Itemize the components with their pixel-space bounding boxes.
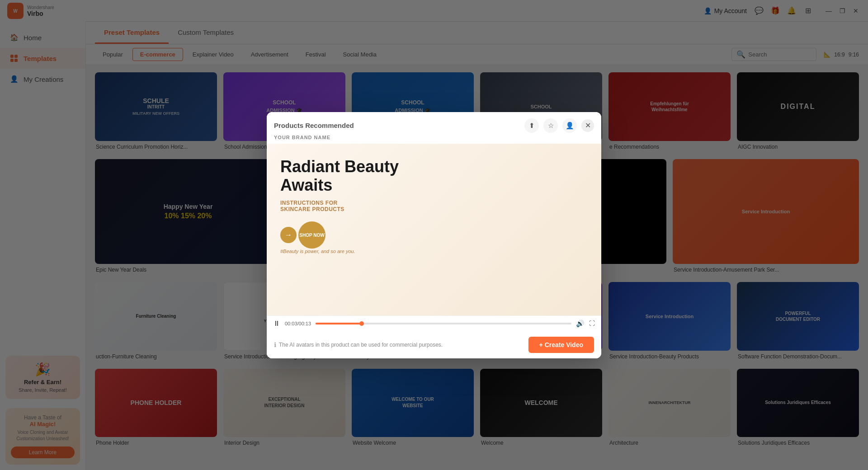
modal-close-button[interactable]: ✕ [581,119,594,132]
create-video-button[interactable]: + Create Video [528,337,594,353]
video-hashtag: #Beauty is power, and so are you. [280,249,588,254]
time-display: 00:03/00:13 [285,321,311,326]
play-pause-button[interactable]: ⏸ [273,320,280,328]
modal-overlay: Products Recommended ⬆ ☆ 👤 ✕ YOUR BRAND … [0,0,868,470]
progress-dot [359,321,364,326]
share-icon: ⬆ [529,122,535,130]
video-heading: Radiant Beauty Awaits [280,157,588,195]
info-icon: ℹ [274,341,276,348]
video-subtext: INSTRUCTIONS FOR SKINCARE PRODUCTS [280,200,588,212]
progress-fill [316,323,362,324]
video-shop-btn: → SHOP NOW [280,221,588,249]
modal-avatar-button[interactable]: 👤 [562,118,577,133]
preview-modal: Products Recommended ⬆ ☆ 👤 ✕ YOUR BRAND … [267,112,601,358]
modal-header-icons: ⬆ ☆ 👤 ✕ [524,118,594,133]
footer-info: ℹ The AI avatars in this product can be … [274,341,443,348]
modal-header: Products Recommended ⬆ ☆ 👤 ✕ [267,112,601,133]
avatar-icon: 👤 [566,122,574,130]
volume-button[interactable]: 🔊 [576,320,585,328]
expand-button[interactable]: ⛶ [589,320,595,327]
modal-title: Products Recommended [274,122,354,129]
modal-share-button[interactable]: ⬆ [524,118,539,133]
video-controls: ⏸ 00:03/00:13 🔊 ⛶ [267,315,601,331]
shop-now-circle[interactable]: SHOP NOW [298,221,326,249]
progress-bar[interactable] [316,323,571,324]
modal-brand-name: YOUR BRAND NAME [267,133,601,144]
shop-arrow-icon: → [280,227,297,243]
video-left-content: Radiant Beauty Awaits INSTRUCTIONS FOR S… [267,144,601,268]
modal-favorite-button[interactable]: ☆ [543,118,558,133]
modal-footer: ℹ The AI avatars in this product can be … [267,331,601,358]
video-preview-area: Radiant Beauty Awaits INSTRUCTIONS FOR S… [267,144,601,315]
star-icon: ☆ [548,122,554,130]
